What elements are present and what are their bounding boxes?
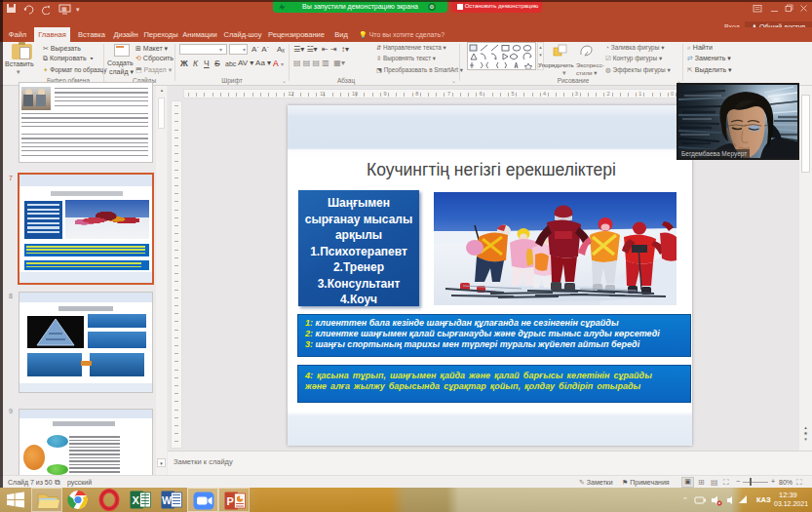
svg-text:P: P	[227, 495, 234, 507]
svg-text:W: W	[162, 494, 172, 506]
svg-text:Бегдембаева Меруерт: Бегдембаева Меруерт	[681, 150, 747, 158]
svg-text:X: X	[133, 494, 140, 506]
svg-text:▾: ▾	[76, 6, 80, 13]
svg-text:▦: ▦	[61, 6, 67, 12]
